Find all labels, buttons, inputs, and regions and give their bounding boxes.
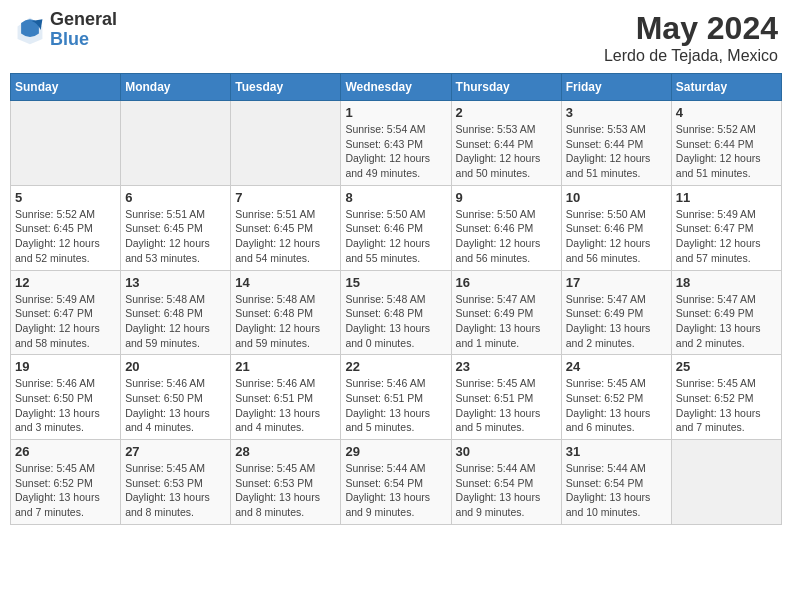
logo-text: General Blue	[50, 10, 117, 50]
calendar-cell: 27Sunrise: 5:45 AMSunset: 6:53 PMDayligh…	[121, 440, 231, 525]
calendar-header: SundayMondayTuesdayWednesdayThursdayFrid…	[11, 74, 782, 101]
day-info: Sunrise: 5:47 AMSunset: 6:49 PMDaylight:…	[566, 292, 667, 351]
calendar-week-4: 19Sunrise: 5:46 AMSunset: 6:50 PMDayligh…	[11, 355, 782, 440]
calendar-cell: 3Sunrise: 5:53 AMSunset: 6:44 PMDaylight…	[561, 101, 671, 186]
weekday-row: SundayMondayTuesdayWednesdayThursdayFrid…	[11, 74, 782, 101]
calendar-table: SundayMondayTuesdayWednesdayThursdayFrid…	[10, 73, 782, 525]
calendar-cell: 15Sunrise: 5:48 AMSunset: 6:48 PMDayligh…	[341, 270, 451, 355]
day-number: 8	[345, 190, 446, 205]
day-info: Sunrise: 5:47 AMSunset: 6:49 PMDaylight:…	[456, 292, 557, 351]
calendar-cell: 11Sunrise: 5:49 AMSunset: 6:47 PMDayligh…	[671, 185, 781, 270]
weekday-header-sunday: Sunday	[11, 74, 121, 101]
day-info: Sunrise: 5:46 AMSunset: 6:50 PMDaylight:…	[15, 376, 116, 435]
day-info: Sunrise: 5:48 AMSunset: 6:48 PMDaylight:…	[345, 292, 446, 351]
day-number: 10	[566, 190, 667, 205]
page-header: General Blue May 2024 Lerdo de Tejada, M…	[10, 10, 782, 65]
day-info: Sunrise: 5:45 AMSunset: 6:52 PMDaylight:…	[676, 376, 777, 435]
calendar-cell: 12Sunrise: 5:49 AMSunset: 6:47 PMDayligh…	[11, 270, 121, 355]
day-info: Sunrise: 5:45 AMSunset: 6:53 PMDaylight:…	[235, 461, 336, 520]
day-number: 5	[15, 190, 116, 205]
calendar-cell: 6Sunrise: 5:51 AMSunset: 6:45 PMDaylight…	[121, 185, 231, 270]
title-block: May 2024 Lerdo de Tejada, Mexico	[604, 10, 778, 65]
day-info: Sunrise: 5:49 AMSunset: 6:47 PMDaylight:…	[676, 207, 777, 266]
calendar-cell: 2Sunrise: 5:53 AMSunset: 6:44 PMDaylight…	[451, 101, 561, 186]
day-number: 11	[676, 190, 777, 205]
day-info: Sunrise: 5:51 AMSunset: 6:45 PMDaylight:…	[125, 207, 226, 266]
calendar-cell	[231, 101, 341, 186]
calendar-body: 1Sunrise: 5:54 AMSunset: 6:43 PMDaylight…	[11, 101, 782, 525]
weekday-header-tuesday: Tuesday	[231, 74, 341, 101]
day-number: 19	[15, 359, 116, 374]
calendar-cell: 23Sunrise: 5:45 AMSunset: 6:51 PMDayligh…	[451, 355, 561, 440]
calendar-cell: 20Sunrise: 5:46 AMSunset: 6:50 PMDayligh…	[121, 355, 231, 440]
calendar-cell: 25Sunrise: 5:45 AMSunset: 6:52 PMDayligh…	[671, 355, 781, 440]
day-info: Sunrise: 5:45 AMSunset: 6:52 PMDaylight:…	[566, 376, 667, 435]
logo-line2: Blue	[50, 30, 117, 50]
calendar-cell: 10Sunrise: 5:50 AMSunset: 6:46 PMDayligh…	[561, 185, 671, 270]
day-number: 25	[676, 359, 777, 374]
calendar-cell: 13Sunrise: 5:48 AMSunset: 6:48 PMDayligh…	[121, 270, 231, 355]
calendar-cell: 31Sunrise: 5:44 AMSunset: 6:54 PMDayligh…	[561, 440, 671, 525]
calendar-cell: 26Sunrise: 5:45 AMSunset: 6:52 PMDayligh…	[11, 440, 121, 525]
day-info: Sunrise: 5:53 AMSunset: 6:44 PMDaylight:…	[456, 122, 557, 181]
day-info: Sunrise: 5:45 AMSunset: 6:53 PMDaylight:…	[125, 461, 226, 520]
calendar-cell: 5Sunrise: 5:52 AMSunset: 6:45 PMDaylight…	[11, 185, 121, 270]
day-number: 18	[676, 275, 777, 290]
day-number: 29	[345, 444, 446, 459]
calendar-cell: 22Sunrise: 5:46 AMSunset: 6:51 PMDayligh…	[341, 355, 451, 440]
day-number: 27	[125, 444, 226, 459]
day-info: Sunrise: 5:46 AMSunset: 6:51 PMDaylight:…	[345, 376, 446, 435]
day-number: 21	[235, 359, 336, 374]
weekday-header-wednesday: Wednesday	[341, 74, 451, 101]
day-info: Sunrise: 5:44 AMSunset: 6:54 PMDaylight:…	[456, 461, 557, 520]
calendar-week-2: 5Sunrise: 5:52 AMSunset: 6:45 PMDaylight…	[11, 185, 782, 270]
calendar-week-1: 1Sunrise: 5:54 AMSunset: 6:43 PMDaylight…	[11, 101, 782, 186]
calendar-cell: 16Sunrise: 5:47 AMSunset: 6:49 PMDayligh…	[451, 270, 561, 355]
calendar-cell: 21Sunrise: 5:46 AMSunset: 6:51 PMDayligh…	[231, 355, 341, 440]
day-number: 12	[15, 275, 116, 290]
calendar-cell: 7Sunrise: 5:51 AMSunset: 6:45 PMDaylight…	[231, 185, 341, 270]
calendar-week-3: 12Sunrise: 5:49 AMSunset: 6:47 PMDayligh…	[11, 270, 782, 355]
day-info: Sunrise: 5:44 AMSunset: 6:54 PMDaylight:…	[345, 461, 446, 520]
day-info: Sunrise: 5:53 AMSunset: 6:44 PMDaylight:…	[566, 122, 667, 181]
day-info: Sunrise: 5:50 AMSunset: 6:46 PMDaylight:…	[456, 207, 557, 266]
day-number: 20	[125, 359, 226, 374]
calendar-week-5: 26Sunrise: 5:45 AMSunset: 6:52 PMDayligh…	[11, 440, 782, 525]
weekday-header-thursday: Thursday	[451, 74, 561, 101]
logo-icon	[14, 14, 46, 46]
day-number: 30	[456, 444, 557, 459]
day-info: Sunrise: 5:48 AMSunset: 6:48 PMDaylight:…	[235, 292, 336, 351]
day-number: 1	[345, 105, 446, 120]
calendar-cell: 1Sunrise: 5:54 AMSunset: 6:43 PMDaylight…	[341, 101, 451, 186]
calendar-cell: 28Sunrise: 5:45 AMSunset: 6:53 PMDayligh…	[231, 440, 341, 525]
calendar-subtitle: Lerdo de Tejada, Mexico	[604, 47, 778, 65]
calendar-cell: 29Sunrise: 5:44 AMSunset: 6:54 PMDayligh…	[341, 440, 451, 525]
weekday-header-monday: Monday	[121, 74, 231, 101]
calendar-cell: 24Sunrise: 5:45 AMSunset: 6:52 PMDayligh…	[561, 355, 671, 440]
day-info: Sunrise: 5:46 AMSunset: 6:51 PMDaylight:…	[235, 376, 336, 435]
day-number: 3	[566, 105, 667, 120]
day-number: 17	[566, 275, 667, 290]
day-number: 4	[676, 105, 777, 120]
day-info: Sunrise: 5:52 AMSunset: 6:45 PMDaylight:…	[15, 207, 116, 266]
calendar-cell: 30Sunrise: 5:44 AMSunset: 6:54 PMDayligh…	[451, 440, 561, 525]
day-number: 9	[456, 190, 557, 205]
calendar-title: May 2024	[604, 10, 778, 47]
day-info: Sunrise: 5:49 AMSunset: 6:47 PMDaylight:…	[15, 292, 116, 351]
day-info: Sunrise: 5:48 AMSunset: 6:48 PMDaylight:…	[125, 292, 226, 351]
day-info: Sunrise: 5:51 AMSunset: 6:45 PMDaylight:…	[235, 207, 336, 266]
day-info: Sunrise: 5:46 AMSunset: 6:50 PMDaylight:…	[125, 376, 226, 435]
day-number: 23	[456, 359, 557, 374]
day-number: 26	[15, 444, 116, 459]
calendar-cell: 9Sunrise: 5:50 AMSunset: 6:46 PMDaylight…	[451, 185, 561, 270]
calendar-cell: 18Sunrise: 5:47 AMSunset: 6:49 PMDayligh…	[671, 270, 781, 355]
logo-line1: General	[50, 10, 117, 30]
calendar-cell: 8Sunrise: 5:50 AMSunset: 6:46 PMDaylight…	[341, 185, 451, 270]
calendar-cell: 14Sunrise: 5:48 AMSunset: 6:48 PMDayligh…	[231, 270, 341, 355]
weekday-header-saturday: Saturday	[671, 74, 781, 101]
day-number: 13	[125, 275, 226, 290]
day-info: Sunrise: 5:54 AMSunset: 6:43 PMDaylight:…	[345, 122, 446, 181]
day-number: 22	[345, 359, 446, 374]
day-number: 2	[456, 105, 557, 120]
day-number: 6	[125, 190, 226, 205]
